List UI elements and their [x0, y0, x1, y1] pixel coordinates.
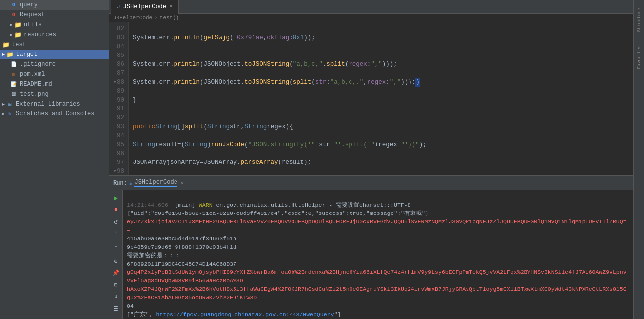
- readme-icon: 📝: [10, 80, 18, 88]
- sidebar: G query G Request ▶ 📁 utils ▶ 📁 resource…: [0, 0, 109, 319]
- ext-libs-arrow: ▶: [2, 101, 5, 107]
- sidebar-item-readme[interactable]: 📝 README.md: [0, 79, 109, 89]
- run-filter-button[interactable]: ☰: [111, 303, 121, 314]
- run-play-button[interactable]: ▶: [111, 192, 121, 203]
- query-icon: G: [10, 1, 18, 9]
- right-toolbar: Structure Favorites: [633, 0, 644, 319]
- output-line-9: hAxoXZP4JQrWF2%2FmXx%2B6hVotH8x5l3ffaWaC…: [127, 286, 627, 301]
- sidebar-item-utils[interactable]: ▶ 📁 utils: [0, 20, 109, 30]
- code-area[interactable]: 82 83 84 85 86 87 ▼88 89 90 91 92 93 94 …: [109, 22, 633, 175]
- sidebar-item-pom[interactable]: m pom.xml: [0, 69, 109, 79]
- output-line-5: 9b4859c7d9d65f9f888f1370e03b4f1d: [127, 244, 236, 250]
- tab-file-icon: J: [117, 4, 120, 10]
- test-folder-icon: 📁: [2, 41, 10, 49]
- run-toolbar: ▶ ■ ↺ ↑ ↓ ⚙ 📌 ⊡ ⬇ ☰: [109, 190, 123, 319]
- code-line-85: System.err.println(JSONObject.toJSONStri…: [133, 78, 629, 87]
- run-tab-icon: ☕: [129, 180, 133, 186]
- favorites-label: Favorites: [637, 45, 642, 69]
- sidebar-item-target[interactable]: ▶ 📁 target: [0, 50, 109, 59]
- breadcrumb-method: test(): [160, 15, 179, 21]
- run-dump-button[interactable]: ⬇: [111, 291, 121, 302]
- request-icon: G: [10, 11, 18, 19]
- run-tab-close[interactable]: ×: [180, 180, 184, 186]
- editor-tab-bar: J JSHelperCode ×: [109, 0, 633, 14]
- run-label: Run:: [113, 180, 127, 187]
- scratches-arrow: ▶: [2, 111, 5, 117]
- breadcrumb: JSHelperCode › test(): [109, 14, 633, 22]
- run-body: ▶ ■ ↺ ↑ ↓ ⚙ 📌 ⊡ ⬇ ☰ 14:21:44.606 [main] …: [109, 190, 633, 319]
- target-folder-icon: 📁: [6, 51, 14, 58]
- main-area: J JSHelperCode × JSHelperCode › test() 8…: [109, 0, 633, 319]
- output-line-7: 6F8892011F19DC4CC45C74D14AC68D37: [127, 261, 236, 267]
- sidebar-item-query[interactable]: G query: [0, 0, 109, 10]
- output-line-3: eyJrZXkxIjoiaVZCT1J3MEtHE29BQUFBTlNVaEVV…: [127, 218, 627, 233]
- code-line-84: System.err.println(JSONObject.toJSONStri…: [133, 60, 629, 69]
- editor-tab-label: JSHelperCode: [123, 3, 166, 10]
- ext-libs-icon: ⊞: [6, 100, 14, 108]
- scratches-icon: ✎: [6, 110, 14, 118]
- sidebar-item-test[interactable]: 📁 test: [0, 40, 109, 50]
- run-tab-label[interactable]: JSHelperCode: [134, 179, 177, 187]
- editor: J JSHelperCode × JSHelperCode › test() 8…: [109, 0, 633, 175]
- output-line-1: 14:21:44.606 [main] WARN cn.gov.chinatax…: [127, 202, 411, 208]
- code-line-88: public String[] split(String str, String…: [133, 122, 629, 131]
- line-numbers: 82 83 84 85 86 87 ▼88 89 90 91 92 93 94 …: [109, 22, 129, 175]
- target-arrow: ▶: [2, 52, 5, 57]
- run-tab-bar: Run: ☕ JSHelperCode ×: [109, 176, 633, 190]
- pom-icon: m: [10, 70, 18, 78]
- run-pin-button[interactable]: 📌: [111, 267, 121, 278]
- code-line-82: System.err.println(getSwjg(_0x791ae, ckf…: [133, 33, 629, 42]
- run-scroll-up-button[interactable]: ↑: [111, 228, 121, 239]
- utils-folder-icon: 📁: [14, 21, 22, 29]
- run-settings-button[interactable]: ⚙: [111, 256, 121, 266]
- sidebar-item-testpng[interactable]: 🖼 test.png: [0, 89, 109, 99]
- code-content[interactable]: System.err.println(getSwjg(_0x791ae, ckf…: [129, 22, 633, 175]
- code-line-86: }: [133, 96, 629, 105]
- resources-arrow: ▶: [10, 32, 13, 38]
- structure-label: Structure: [637, 8, 642, 32]
- run-output[interactable]: 14:21:44.606 [main] WARN cn.gov.chinatax…: [123, 190, 633, 319]
- gitignore-icon: 📄: [10, 60, 18, 68]
- run-restore-button[interactable]: ⊡: [111, 279, 121, 290]
- output-line-6: 需要加密的是：：：: [127, 252, 180, 259]
- testpng-icon: 🖼: [10, 90, 18, 98]
- run-panel: Run: ☕ JSHelperCode × ▶ ■ ↺ ↑ ↓ ⚙ 📌 ⊡: [109, 175, 633, 319]
- sidebar-item-external-libs[interactable]: ▶ ⊞ External Libraries: [0, 99, 109, 109]
- code-line-89: String result = (String) runJsCode("JSON…: [133, 140, 629, 149]
- sidebar-item-gitignore[interactable]: 📄 .gitignore: [0, 59, 109, 69]
- editor-tab-jshelpercodes[interactable]: J JSHelperCode ×: [111, 0, 179, 14]
- output-line-11: ["广东", https://fpcv.guangdong.chinatax.g…: [127, 311, 341, 318]
- output-line-10: 04: [127, 303, 134, 309]
- run-scroll-down-button[interactable]: ↓: [111, 240, 121, 251]
- resources-folder-icon: 📁: [14, 31, 22, 39]
- utils-arrow: ▶: [10, 22, 13, 28]
- output-line-2: {"uid":"d03f0158-b062-11ea-8220-c8d3ff43…: [127, 210, 429, 216]
- output-line-8: g0q4P2x1yPpB3tSdUW1ymOjsybPHI89cYXfZ%bwr…: [127, 269, 627, 284]
- run-stop-button[interactable]: ■: [111, 204, 121, 215]
- sidebar-item-resources[interactable]: ▶ 📁 resources: [0, 30, 109, 40]
- code-line-90: JSONArray jsonArray = JSONArray.parseArr…: [133, 158, 629, 167]
- sidebar-item-scratches[interactable]: ▶ ✎ Scratches and Consoles: [0, 109, 109, 119]
- tab-close-icon[interactable]: ×: [169, 3, 173, 10]
- sidebar-item-request[interactable]: G Request: [0, 10, 109, 20]
- output-line-4: 415ab60a4e30bc5d4d91a7f34663f51b: [127, 235, 236, 242]
- run-rerun-button[interactable]: ↺: [111, 216, 121, 227]
- breadcrumb-file: JSHelperCode: [113, 15, 152, 21]
